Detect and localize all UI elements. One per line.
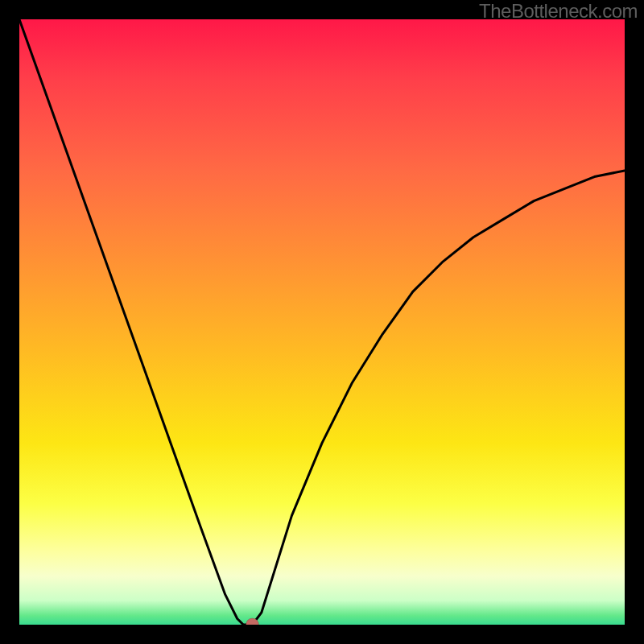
minimum-marker	[246, 618, 259, 625]
plot-area	[19, 19, 625, 625]
chart-frame: TheBottleneck.com	[0, 0, 644, 644]
bottleneck-curve	[19, 19, 625, 625]
curve-layer	[19, 19, 625, 625]
watermark-text: TheBottleneck.com	[479, 0, 638, 23]
